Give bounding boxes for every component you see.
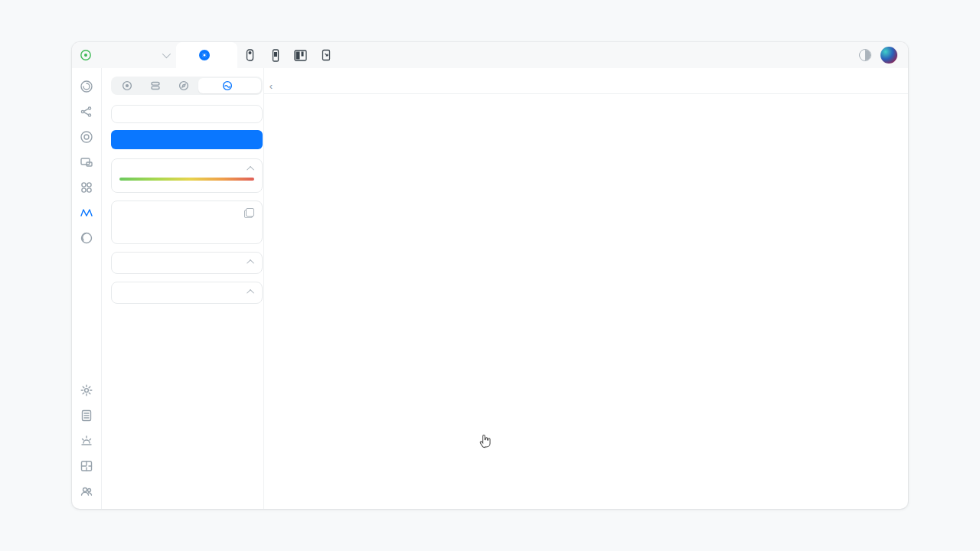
rail-item-dashboard[interactable] (79, 79, 94, 94)
ap-table: ‹ (264, 68, 908, 509)
rail-item-logs[interactable] (79, 408, 94, 423)
network-app-icon (199, 50, 210, 60)
avatar[interactable] (880, 47, 897, 64)
band-selector (111, 105, 263, 123)
tab-stacks[interactable] (141, 78, 169, 93)
site-target-icon (80, 49, 92, 61)
rail-item-insights-active[interactable] (79, 205, 94, 220)
clients-icon (80, 155, 93, 169)
site-selector[interactable] (72, 42, 176, 68)
collapse-chevron-icon[interactable] (247, 166, 254, 174)
collapse-chevron-icon[interactable] (247, 259, 254, 267)
connect-app-icon (322, 49, 331, 61)
rail-item-devices[interactable] (79, 129, 94, 145)
chevron-down-icon (162, 50, 171, 58)
rail-item-radios[interactable] (79, 230, 94, 246)
logs-icon (80, 409, 93, 422)
tab-protect[interactable] (237, 42, 263, 68)
tab-network[interactable] (176, 42, 237, 68)
compass-icon (178, 80, 189, 91)
siren-icon (80, 434, 93, 448)
insights-wave-icon (80, 206, 93, 220)
left-icon-rail (72, 68, 102, 509)
nearest-neighbors-card (111, 158, 263, 193)
tab-connect[interactable] (313, 42, 338, 68)
dashboard-icon (80, 80, 93, 93)
rail-item-topology[interactable] (79, 104, 94, 119)
table-rows (264, 94, 908, 509)
floorplan-icon (80, 459, 93, 473)
channel-card (111, 282, 263, 304)
table-header (264, 79, 908, 94)
collapse-chevron-icon[interactable] (247, 289, 254, 297)
tab-compass[interactable] (170, 78, 198, 93)
left-panel (102, 68, 264, 509)
devices-icon (80, 130, 93, 144)
channel-plan-card (111, 201, 263, 244)
rail-item-floorplan[interactable] (79, 458, 94, 474)
tab-access[interactable] (288, 42, 313, 68)
radio-icon (80, 231, 93, 245)
admins-icon (80, 484, 93, 498)
statistics-card (111, 252, 263, 274)
optimize-button[interactable] (111, 130, 263, 149)
signal-gradient-bar (119, 178, 254, 181)
rail-item-alerts[interactable] (79, 433, 94, 448)
channel-ai-icon (222, 80, 233, 91)
top-bar (72, 42, 908, 68)
stations-icon (80, 181, 93, 194)
copy-icon[interactable] (244, 208, 254, 218)
topology-icon (80, 105, 93, 119)
protect-app-icon (245, 49, 255, 62)
theme-contrast-icon[interactable] (859, 49, 871, 61)
coverage-icon (122, 80, 132, 91)
tab-coverage[interactable] (113, 78, 141, 93)
rail-item-stations[interactable] (79, 180, 94, 195)
wifi-tool-tabs (111, 77, 263, 95)
rail-item-settings[interactable] (79, 383, 94, 398)
stacks-icon (150, 80, 161, 91)
tab-channel-ai[interactable] (198, 78, 261, 93)
talk-app-icon (272, 49, 279, 62)
topbar-right (859, 42, 908, 68)
unifi-app-window: ‹ (72, 42, 908, 509)
rail-item-admins[interactable] (79, 484, 94, 499)
rail-item-clients[interactable] (79, 155, 94, 170)
gear-icon (80, 383, 93, 397)
tab-talk[interactable] (263, 42, 288, 68)
channel-number-headers (382, 83, 699, 92)
access-app-icon (294, 50, 307, 61)
